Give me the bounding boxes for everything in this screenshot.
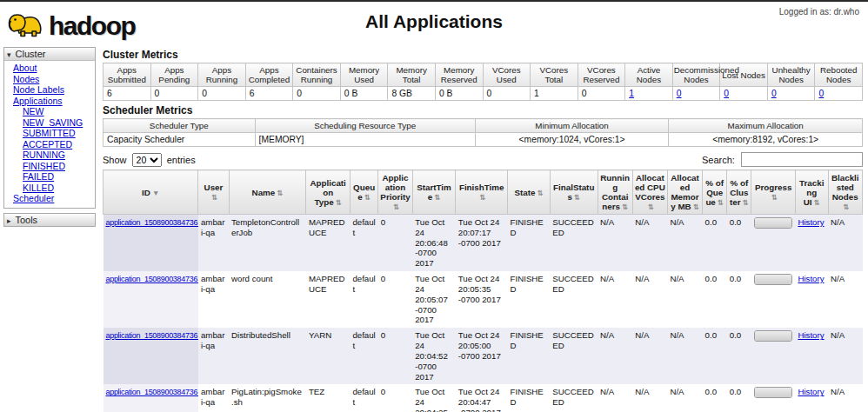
apps-column-header--of-queue[interactable]: % of Queue⇅ [703, 170, 727, 215]
apps-column-header-running-containers[interactable]: Running Containers⇅ [598, 170, 632, 215]
page-length-select[interactable]: 20 [132, 153, 162, 167]
column-label: Name [252, 188, 276, 197]
cluster-metric-column-memory-used: Memory Used [340, 63, 388, 87]
state-link-failed[interactable]: FAILED [23, 171, 54, 182]
triangle-right-icon: ▸ [7, 216, 11, 225]
column-label: Progress [755, 183, 791, 192]
cluster-nav-box: ▾ Cluster AboutNodesNode LabelsApplicati… [3, 47, 96, 209]
scheduler-metric-value-minimum-allocation: <memory:1024, vCores:1> [475, 133, 669, 147]
cell-progress [751, 328, 795, 384]
column-label: FinishTime [459, 183, 504, 192]
apps-column-header-id[interactable]: ID▼ [103, 170, 198, 215]
cluster-metric-link-rebooted-nodes[interactable]: 0 [818, 89, 824, 98]
apps-column-header--of-cluster[interactable]: % of Cluster⇅ [727, 170, 751, 215]
cluster-metric-value-vcores-total: 1 [531, 87, 578, 101]
apps-column-header-application-type[interactable]: Application Type⇅ [306, 170, 350, 215]
state-link-accepted[interactable]: ACCEPTED [23, 139, 72, 150]
cell-id: application_1508900384736_0003 [103, 384, 198, 412]
cell-id: application_1508900384736_0006 [103, 215, 198, 272]
cluster-metric-column-memory-reserved: Memory Reserved [435, 63, 483, 87]
scheduler-metric-column-minimum-allocation: Minimum Allocation [475, 119, 669, 133]
state-link-finished[interactable]: FINISHED [23, 161, 65, 171]
state-link-submitted[interactable]: SUBMITTED [23, 128, 76, 138]
state-link-running[interactable]: RUNNING [23, 150, 65, 160]
cluster-metric-value-apps-pending: 0 [150, 87, 198, 101]
sidebar-link-scheduler[interactable]: Scheduler [13, 193, 54, 203]
show-label: Show [103, 155, 127, 165]
applications-table: ID▼User⇅Name⇅Application Type⇅Queue⇅Appl… [103, 169, 863, 412]
apps-column-header-name[interactable]: Name⇅ [229, 170, 306, 215]
apps-column-header-queue[interactable]: Queue⇅ [350, 170, 377, 215]
apps-column-header-state[interactable]: State⇅ [508, 170, 551, 215]
tools-section-label: Tools [15, 215, 37, 225]
cell-memory: N/A [667, 271, 702, 328]
history-link[interactable]: History [798, 274, 824, 283]
cell-containers: N/A [598, 271, 632, 328]
cluster-metric-link-lost-nodes[interactable]: 0 [724, 89, 729, 98]
cell-tracking: History [795, 384, 828, 412]
cluster-metric-value-decommissioned-nodes: 0 [672, 87, 720, 101]
apps-column-header-blacklisted-nodes[interactable]: Blacklisted Nodes⇅ [828, 170, 862, 215]
cell-type: TEZ [306, 384, 350, 412]
state-link-new[interactable]: NEW [23, 106, 44, 116]
cell-pct_cluster: 0.0 [727, 328, 751, 384]
progress-bar [754, 217, 792, 229]
cell-final_status: SUCCEEDED [550, 215, 598, 272]
cell-start: Tue Oct 24 20:05:07 -0700 2017 [412, 271, 456, 328]
cluster-metric-link-active-nodes[interactable]: 1 [629, 89, 634, 98]
sidebar-link-nodes[interactable]: Nodes [13, 74, 39, 84]
application-link[interactable]: application_1508900384736_0005 [106, 275, 198, 283]
hadoop-logo-text: hadoop [49, 13, 135, 39]
sidebar-link-applications[interactable]: Applications [13, 96, 63, 106]
progress-bar-fill [755, 218, 791, 228]
cluster-metric-column-apps-completed: Apps Completed [245, 63, 293, 87]
apps-column-header-user[interactable]: User⇅ [198, 170, 229, 215]
apps-column-header-application-priority[interactable]: Application Priority⇅ [378, 170, 412, 215]
sidebar-link-node-labels[interactable]: Node Labels [13, 84, 64, 95]
sort-desc-icon: ▼ [152, 189, 159, 197]
apps-column-header-allocated-memory-mb[interactable]: Allocated Memory MB⇅ [667, 170, 702, 215]
apps-column-header-allocated-cpu-vcores[interactable]: Allocated CPU VCores⇅ [632, 170, 667, 215]
search-input[interactable] [741, 152, 863, 167]
sidebar-link-about[interactable]: About [13, 63, 37, 73]
cluster-metric-value-apps-completed: 6 [245, 87, 293, 101]
application-link[interactable]: application_1508900384736_0004 [106, 331, 198, 340]
cluster-metric-link-unhealthy-nodes[interactable]: 0 [771, 89, 777, 98]
sidebar-section-tools[interactable]: ▸ Tools [4, 214, 95, 226]
cluster-metric-link-decommissioned-nodes[interactable]: 0 [677, 89, 682, 98]
sort-icon: ⇅ [718, 198, 724, 207]
sidebar-item-node-labels: Node Labels [13, 84, 95, 96]
state-link-killed[interactable]: KILLED [23, 183, 54, 193]
application-link[interactable]: application_1508900384736_0006 [106, 218, 198, 227]
cell-start: Tue Oct 24 20:04:52 -0700 2017 [412, 328, 456, 384]
cell-priority: 0 [378, 271, 412, 328]
application-link[interactable]: application_1508900384736_0003 [106, 388, 198, 396]
cell-containers: N/A [598, 384, 632, 412]
history-link[interactable]: History [798, 387, 824, 396]
sidebar-item-state-failed: FAILED [23, 171, 95, 183]
search-control: Search: [702, 152, 863, 167]
apps-column-header-finalstatus[interactable]: FinalStatus⇅ [550, 170, 598, 215]
state-link-new-saving[interactable]: NEW_SAVING [23, 117, 83, 128]
application-row: application_1508900384736_0005ambari-qaw… [103, 271, 863, 328]
cluster-metric-column-decommissioned-nodes: Decommissioned Nodes [672, 63, 720, 87]
cluster-metric-column-memory-total: Memory Total [388, 63, 436, 87]
apps-column-header-finishtime[interactable]: FinishTime⇅ [456, 170, 508, 215]
cell-final_status: SUCCEEDED [550, 271, 598, 328]
history-link[interactable]: History [798, 217, 824, 227]
cell-blacklisted: N/A [828, 271, 862, 328]
progress-bar-fill [755, 388, 791, 397]
sort-icon: ⇅ [574, 193, 580, 202]
column-label: ID [142, 188, 150, 197]
apps-column-header-tracking-ui[interactable]: Tracking UI⇅ [795, 170, 828, 215]
cluster-metric-column-apps-running: Apps Running [198, 63, 246, 87]
cell-state: FINISHED [508, 384, 551, 412]
cell-name: DistributedShell [229, 328, 306, 384]
cell-start: Tue Oct 24 20:06:48 -0700 2017 [412, 215, 456, 272]
apps-column-header-starttime[interactable]: StartTime⇅ [412, 170, 456, 215]
sidebar-section-cluster[interactable]: ▾ Cluster [4, 48, 95, 61]
apps-column-header-progress[interactable]: Progress⇅ [751, 170, 795, 215]
cell-progress [751, 271, 795, 328]
cell-user: ambari-qa [198, 215, 229, 272]
history-link[interactable]: History [798, 330, 824, 340]
